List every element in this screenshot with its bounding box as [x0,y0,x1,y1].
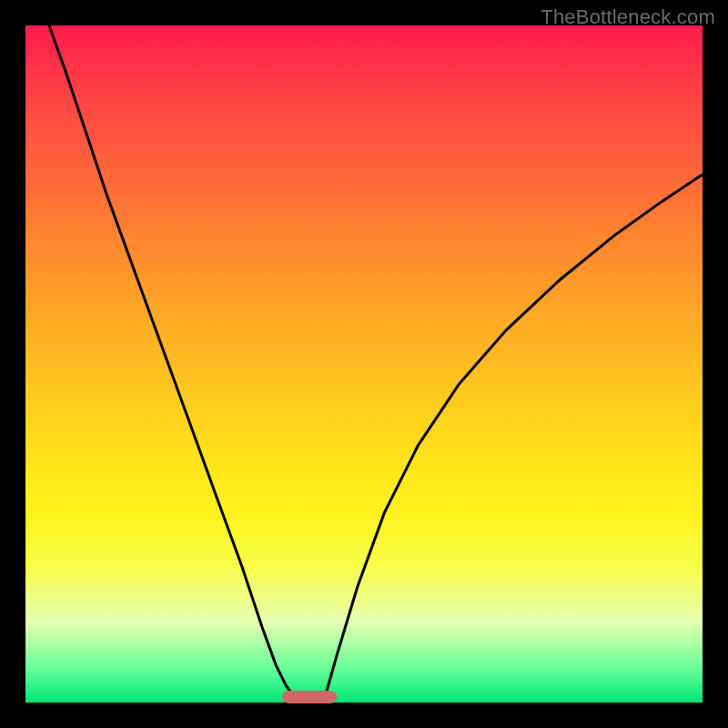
curve-layer [25,25,703,703]
right-curve [323,175,703,703]
left-curve [49,25,297,703]
plot-area [25,25,703,703]
optimum-marker [283,691,338,703]
chart-container: TheBottleneck.com [0,0,728,728]
